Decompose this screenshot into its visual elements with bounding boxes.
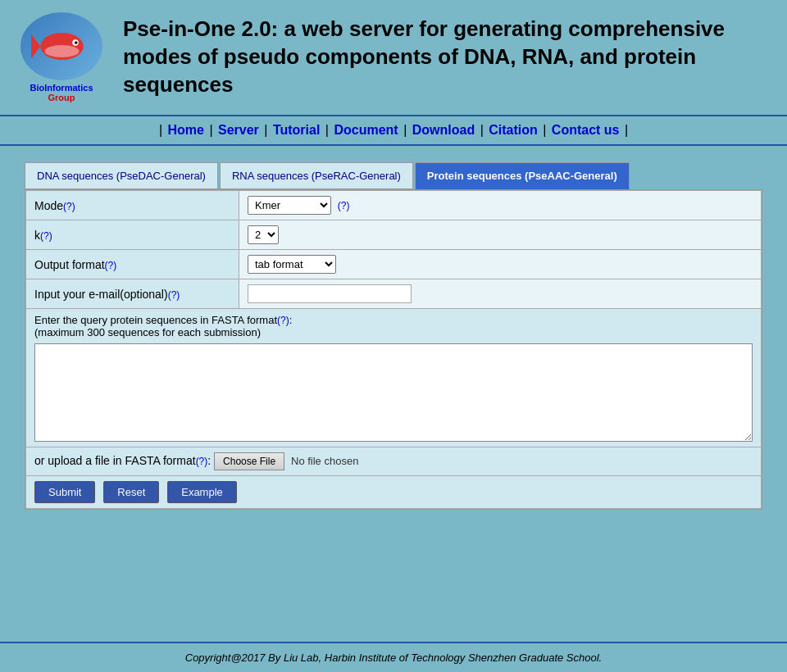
buttons-row: Submit Reset Example: [26, 476, 762, 509]
logo-circle: [20, 12, 102, 80]
nav-contact[interactable]: Contact us: [552, 123, 620, 137]
example-button[interactable]: Example: [167, 481, 237, 503]
email-control-cell: [239, 279, 762, 309]
tab-rna[interactable]: RNA sequences (PseRAC-General): [220, 162, 413, 189]
email-label-cell: Input your e-mail(optional)(?): [26, 279, 239, 309]
output-label: Output format: [34, 258, 105, 271]
mode-row: Mode(?) Kmer PC-PseAAC SC-PseAAC (?): [26, 191, 762, 220]
nav-bar: | Home | Server | Tutorial | Document | …: [0, 115, 787, 146]
tab-protein[interactable]: Protein sequences (PseAAC-General): [415, 162, 630, 189]
nav-sep-2: |: [264, 123, 271, 137]
nav-sep-6: |: [543, 123, 550, 137]
k-label-cell: k(?): [26, 220, 239, 250]
k-help-link[interactable]: (?): [40, 230, 52, 242]
nav-tutorial[interactable]: Tutorial: [273, 123, 320, 137]
email-help-link[interactable]: (?): [168, 289, 180, 301]
k-select[interactable]: 1 2 3 4 5: [248, 225, 279, 244]
no-file-text: No file chosen: [291, 455, 358, 467]
upload-cell: or upload a file in FASTA format(?): Cho…: [26, 447, 762, 476]
svg-marker-1: [31, 34, 40, 59]
svg-point-4: [44, 45, 79, 57]
nav-server[interactable]: Server: [218, 123, 259, 137]
nav-document[interactable]: Document: [334, 123, 398, 137]
output-select[interactable]: tab format csv format libsvm format: [248, 255, 336, 274]
choose-file-button[interactable]: Choose File: [214, 452, 284, 470]
logo-container: BioInformatics Group: [16, 12, 107, 102]
logo-blue-text: BioInformatics: [30, 83, 93, 93]
output-row: Output format(?) tab format csv format l…: [26, 250, 762, 279]
output-control-cell: tab format csv format libsvm format: [239, 250, 762, 279]
nav-citation[interactable]: Citation: [489, 123, 538, 137]
upload-help-link[interactable]: (?): [196, 456, 208, 467]
sequence-textarea[interactable]: [34, 343, 753, 442]
nav-sep-start: |: [159, 123, 162, 137]
seq-sublabel: (maximum 300 sequences for each submissi…: [34, 326, 261, 338]
page-title: Pse-in-One 2.0: a web server for generat…: [123, 16, 771, 98]
svg-point-3: [74, 41, 77, 44]
email-row: Input your e-mail(optional)(?): [26, 279, 762, 309]
header: BioInformatics Group Pse-in-One 2.0: a w…: [0, 0, 787, 115]
output-help-link[interactable]: (?): [105, 260, 117, 271]
nav-home[interactable]: Home: [167, 123, 203, 137]
k-row: k(?) 1 2 3 4 5: [26, 220, 762, 250]
mode-control-cell: Kmer PC-PseAAC SC-PseAAC (?): [239, 191, 762, 220]
reset-button[interactable]: Reset: [103, 481, 159, 503]
email-field[interactable]: [248, 284, 412, 303]
k-control-cell: 1 2 3 4 5: [239, 220, 762, 250]
logo-fish-icon: [31, 20, 93, 73]
mode-select[interactable]: Kmer PC-PseAAC SC-PseAAC: [248, 196, 331, 215]
nav-sep-5: |: [480, 123, 488, 137]
seq-label: Enter the query protein sequences in FAS…: [34, 314, 753, 338]
k-label: k: [34, 229, 40, 242]
email-label: Input your e-mail(optional): [34, 288, 168, 301]
mode-label: Mode: [34, 199, 63, 212]
form-wrapper: Mode(?) Kmer PC-PseAAC SC-PseAAC (?) k(?…: [25, 189, 762, 510]
logo-text: BioInformatics Group: [16, 83, 107, 102]
nav-sep-1: |: [209, 123, 216, 137]
nav-sep-4: |: [403, 123, 411, 137]
nav-sep-end: |: [625, 123, 628, 137]
submit-button[interactable]: Submit: [34, 481, 95, 503]
mode-help-link[interactable]: (?): [63, 201, 75, 212]
sequence-row: Enter the query protein sequences in FAS…: [26, 309, 762, 447]
upload-label: or upload a file in FASTA format: [34, 454, 196, 467]
upload-row: or upload a file in FASTA format(?): Cho…: [26, 447, 762, 476]
output-label-cell: Output format(?): [26, 250, 239, 279]
nav-sep-3: |: [325, 123, 333, 137]
logo-red-text: Group: [48, 93, 75, 102]
main-content: DNA sequences (PseDAC-General) RNA seque…: [0, 146, 787, 526]
form-table: Mode(?) Kmer PC-PseAAC SC-PseAAC (?) k(?…: [25, 190, 762, 509]
mode-label-cell: Mode(?): [26, 191, 239, 220]
buttons-cell: Submit Reset Example: [26, 476, 762, 509]
seq-help-link[interactable]: (?): [277, 315, 289, 326]
mode-select-help-link[interactable]: (?): [338, 200, 350, 211]
tab-bar: DNA sequences (PseDAC-General) RNA seque…: [25, 162, 762, 189]
sequence-cell: Enter the query protein sequences in FAS…: [26, 309, 762, 447]
nav-download[interactable]: Download: [412, 123, 475, 137]
tab-dna[interactable]: DNA sequences (PseDAC-General): [25, 162, 218, 189]
